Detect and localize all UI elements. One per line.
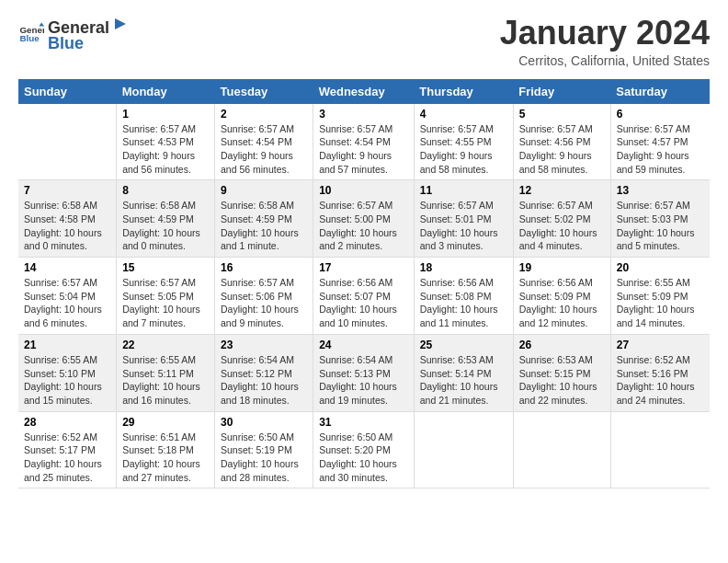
day-info: Sunrise: 6:56 AMSunset: 5:08 PMDaylight:… (420, 276, 507, 330)
page-header: General Blue General Blue January 2024 C… (18, 15, 710, 68)
logo-icon: General Blue (18, 21, 44, 47)
day-number: 29 (122, 416, 209, 429)
day-info: Sunrise: 6:57 AMSunset: 4:56 PMDaylight:… (519, 122, 605, 177)
day-info: Sunrise: 6:57 AMSunset: 5:00 PMDaylight:… (319, 199, 408, 253)
calendar-cell: 29Sunrise: 6:51 AMSunset: 5:18 PMDayligh… (117, 411, 215, 488)
calendar-cell: 19Sunrise: 6:56 AMSunset: 5:09 PMDayligh… (513, 258, 610, 335)
header-thursday: Thursday (414, 79, 513, 104)
day-number: 4 (420, 108, 507, 121)
day-info: Sunrise: 6:52 AMSunset: 5:16 PMDaylight:… (617, 353, 704, 408)
calendar-cell: 26Sunrise: 6:53 AMSunset: 5:15 PMDayligh… (513, 334, 610, 411)
calendar-cell: 30Sunrise: 6:50 AMSunset: 5:19 PMDayligh… (215, 411, 313, 488)
calendar-cell: 10Sunrise: 6:57 AMSunset: 5:00 PMDayligh… (313, 180, 415, 258)
day-info: Sunrise: 6:56 AMSunset: 5:09 PMDaylight:… (519, 276, 605, 330)
day-info: Sunrise: 6:57 AMSunset: 5:03 PMDaylight:… (617, 199, 704, 253)
calendar-cell: 13Sunrise: 6:57 AMSunset: 5:03 PMDayligh… (610, 180, 710, 258)
day-number: 6 (617, 108, 704, 121)
day-number: 22 (122, 339, 209, 351)
calendar-cell: 3Sunrise: 6:57 AMSunset: 4:54 PMDaylight… (313, 104, 415, 180)
day-info: Sunrise: 6:54 AMSunset: 5:12 PMDaylight:… (221, 353, 307, 408)
calendar-week-row: 7Sunrise: 6:58 AMSunset: 4:58 PMDaylight… (18, 180, 710, 258)
calendar-cell: 20Sunrise: 6:55 AMSunset: 5:09 PMDayligh… (610, 258, 710, 335)
logo-arrow-icon (111, 15, 130, 33)
day-number: 11 (420, 184, 507, 197)
day-info: Sunrise: 6:58 AMSunset: 4:59 PMDaylight:… (122, 199, 209, 253)
calendar-cell: 9Sunrise: 6:58 AMSunset: 4:59 PMDaylight… (215, 180, 313, 258)
day-info: Sunrise: 6:55 AMSunset: 5:10 PMDaylight:… (24, 353, 110, 408)
header-monday: Monday (117, 79, 215, 104)
calendar-cell (513, 411, 610, 488)
month-year-title: January 2024 (500, 15, 710, 52)
calendar-cell: 24Sunrise: 6:54 AMSunset: 5:13 PMDayligh… (313, 334, 415, 411)
day-info: Sunrise: 6:57 AMSunset: 5:06 PMDaylight:… (221, 276, 307, 330)
calendar-cell: 14Sunrise: 6:57 AMSunset: 5:04 PMDayligh… (18, 258, 117, 335)
day-info: Sunrise: 6:55 AMSunset: 5:11 PMDaylight:… (122, 353, 209, 408)
calendar-cell: 28Sunrise: 6:52 AMSunset: 5:17 PMDayligh… (18, 411, 117, 488)
day-number: 8 (122, 184, 209, 197)
calendar-cell: 22Sunrise: 6:55 AMSunset: 5:11 PMDayligh… (117, 334, 215, 411)
calendar-week-row: 28Sunrise: 6:52 AMSunset: 5:17 PMDayligh… (18, 411, 710, 488)
day-number: 16 (221, 261, 307, 274)
day-info: Sunrise: 6:50 AMSunset: 5:19 PMDaylight:… (221, 431, 307, 485)
calendar-cell: 15Sunrise: 6:57 AMSunset: 5:05 PMDayligh… (117, 258, 215, 335)
calendar-cell: 23Sunrise: 6:54 AMSunset: 5:12 PMDayligh… (215, 334, 313, 411)
day-info: Sunrise: 6:52 AMSunset: 5:17 PMDaylight:… (24, 431, 110, 485)
calendar-cell: 11Sunrise: 6:57 AMSunset: 5:01 PMDayligh… (414, 180, 513, 258)
day-info: Sunrise: 6:58 AMSunset: 4:58 PMDaylight:… (24, 199, 110, 253)
day-number: 9 (221, 184, 307, 197)
day-number: 28 (24, 416, 110, 429)
day-number: 13 (617, 184, 704, 197)
day-info: Sunrise: 6:57 AMSunset: 5:05 PMDaylight:… (122, 276, 209, 330)
day-info: Sunrise: 6:57 AMSunset: 5:04 PMDaylight:… (24, 276, 110, 330)
svg-text:Blue: Blue (19, 33, 40, 43)
calendar-cell: 6Sunrise: 6:57 AMSunset: 4:57 PMDaylight… (610, 104, 710, 180)
day-info: Sunrise: 6:51 AMSunset: 5:18 PMDaylight:… (122, 431, 209, 485)
day-info: Sunrise: 6:57 AMSunset: 4:54 PMDaylight:… (319, 122, 408, 177)
day-info: Sunrise: 6:50 AMSunset: 5:20 PMDaylight:… (319, 431, 408, 485)
day-number: 10 (319, 184, 408, 197)
day-number: 21 (24, 339, 110, 351)
day-number: 24 (319, 339, 408, 351)
day-info: Sunrise: 6:58 AMSunset: 4:59 PMDaylight:… (221, 199, 307, 253)
day-info: Sunrise: 6:57 AMSunset: 4:53 PMDaylight:… (122, 122, 209, 177)
calendar-cell (610, 411, 710, 488)
svg-marker-3 (115, 18, 126, 29)
day-info: Sunrise: 6:53 AMSunset: 5:15 PMDaylight:… (519, 353, 605, 408)
day-info: Sunrise: 6:57 AMSunset: 4:57 PMDaylight:… (617, 122, 704, 177)
day-number: 2 (221, 108, 307, 121)
calendar-cell: 7Sunrise: 6:58 AMSunset: 4:58 PMDaylight… (18, 180, 117, 258)
calendar-week-row: 1Sunrise: 6:57 AMSunset: 4:53 PMDaylight… (18, 104, 710, 180)
calendar-cell: 8Sunrise: 6:58 AMSunset: 4:59 PMDaylight… (117, 180, 215, 258)
calendar-week-row: 14Sunrise: 6:57 AMSunset: 5:04 PMDayligh… (18, 258, 710, 335)
day-number: 14 (24, 261, 110, 274)
day-number: 15 (122, 261, 209, 274)
calendar-cell (414, 411, 513, 488)
logo: General Blue General Blue (18, 15, 130, 53)
title-block: January 2024 Cerritos, California, Unite… (500, 15, 710, 68)
day-info: Sunrise: 6:57 AMSunset: 4:55 PMDaylight:… (420, 122, 507, 177)
day-number: 20 (617, 261, 704, 274)
day-number: 18 (420, 261, 507, 274)
header-saturday: Saturday (610, 79, 710, 104)
calendar-cell: 12Sunrise: 6:57 AMSunset: 5:02 PMDayligh… (513, 180, 610, 258)
calendar-week-row: 21Sunrise: 6:55 AMSunset: 5:10 PMDayligh… (18, 334, 710, 411)
day-number: 17 (319, 261, 408, 274)
day-number: 25 (420, 339, 507, 351)
header-tuesday: Tuesday (215, 79, 313, 104)
header-sunday: Sunday (18, 79, 117, 104)
day-number: 26 (519, 339, 605, 351)
location-subtitle: Cerritos, California, United States (500, 53, 710, 68)
header-friday: Friday (513, 79, 610, 104)
day-info: Sunrise: 6:57 AMSunset: 5:01 PMDaylight:… (420, 199, 507, 253)
day-number: 23 (221, 339, 307, 351)
day-info: Sunrise: 6:54 AMSunset: 5:13 PMDaylight:… (319, 353, 408, 408)
day-number: 3 (319, 108, 408, 121)
calendar-table: SundayMondayTuesdayWednesdayThursdayFrid… (18, 79, 710, 489)
weekday-header-row: SundayMondayTuesdayWednesdayThursdayFrid… (18, 79, 710, 104)
day-number: 1 (122, 108, 209, 121)
calendar-cell: 21Sunrise: 6:55 AMSunset: 5:10 PMDayligh… (18, 334, 117, 411)
calendar-cell: 27Sunrise: 6:52 AMSunset: 5:16 PMDayligh… (610, 334, 710, 411)
calendar-cell: 17Sunrise: 6:56 AMSunset: 5:07 PMDayligh… (313, 258, 415, 335)
calendar-cell: 16Sunrise: 6:57 AMSunset: 5:06 PMDayligh… (215, 258, 313, 335)
calendar-cell: 4Sunrise: 6:57 AMSunset: 4:55 PMDaylight… (414, 104, 513, 180)
